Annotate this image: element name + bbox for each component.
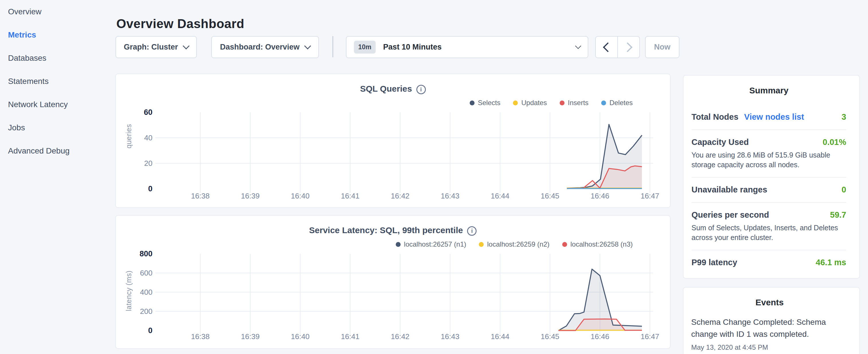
y-axis-title: latency (ms) [125, 257, 133, 325]
queries-per-second-label: Queries per second [691, 210, 769, 220]
sidebar-item-databases[interactable]: Databases [0, 46, 115, 70]
chart-plot-area[interactable] [116, 216, 670, 348]
graph-scope-dropdown-label: Graph: Cluster [124, 43, 178, 52]
next-time-button[interactable] [618, 37, 639, 58]
now-button-label: Now [654, 43, 671, 52]
total-nodes-label: Total Nodes [691, 112, 739, 122]
dashboard-dropdown[interactable]: Dashboard: Overview [211, 36, 319, 58]
sidebar: OverviewMetricsDatabasesStatementsNetwor… [0, 0, 115, 354]
sidebar-item-overview[interactable]: Overview [0, 0, 115, 23]
events-panel: Events Schema Change Completed: Schema c… [683, 287, 860, 354]
event-timestamp: May 13, 2020 at 4:45 PM [691, 343, 848, 352]
metrics-page: OverviewMetricsDatabasesStatementsNetwor… [0, 0, 868, 354]
capacity-used-description: You are using 28.6 MiB of 515.9 GiB usab… [691, 150, 846, 169]
events-title: Events [691, 296, 848, 309]
capacity-used-value: 0.01% [823, 137, 846, 147]
sidebar-item-jobs[interactable]: Jobs [0, 116, 115, 139]
now-button[interactable]: Now [645, 36, 679, 58]
p99-latency-label: P99 latency [691, 257, 737, 267]
unavailable-ranges-row: Unavailable ranges 0 [691, 178, 846, 203]
total-nodes-value: 3 [842, 112, 846, 122]
sidebar-item-network-latency[interactable]: Network Latency [0, 93, 115, 116]
summary-panel: Summary Total Nodes View nodes list 3 Ca… [683, 75, 860, 279]
service-latency-chart-card: Service Latency: SQL, 99th percentilei l… [115, 215, 671, 349]
queries-per-second-value: 59.7 [830, 210, 846, 220]
time-step-buttons [595, 36, 640, 58]
sql-queries-chart-card: SQL Queriesi SelectsUpdatesInsertsDelete… [115, 74, 671, 208]
chevron-down-icon [183, 42, 189, 49]
time-window-label: Past 10 Minutes [383, 43, 442, 52]
queries-per-second-description: Sum of Selects, Updates, Inserts, and De… [691, 223, 846, 242]
chart-plot-area[interactable] [116, 74, 670, 207]
unavailable-ranges-label: Unavailable ranges [691, 185, 767, 195]
graph-scope-dropdown[interactable]: Graph: Cluster [116, 36, 197, 58]
y-axis-title: queries [125, 102, 133, 171]
time-window-dropdown[interactable]: 10m Past 10 Minutes [346, 36, 588, 58]
capacity-used-row: Capacity Used 0.01% You are using 28.6 M… [691, 130, 846, 178]
view-nodes-list-link[interactable]: View nodes list [744, 112, 804, 122]
chevron-down-icon [575, 43, 581, 49]
event-item[interactable]: Schema Change Completed: Schema change w… [691, 316, 834, 340]
total-nodes-row: Total Nodes View nodes list 3 [691, 105, 846, 130]
prev-time-button[interactable] [596, 37, 618, 58]
dashboard-dropdown-label: Dashboard: Overview [220, 43, 300, 52]
capacity-used-label: Capacity Used [691, 137, 749, 147]
summary-title: Summary [691, 84, 846, 97]
controls-divider [333, 36, 333, 57]
sidebar-item-statements[interactable]: Statements [0, 70, 115, 93]
chevron-down-icon [304, 42, 311, 49]
time-window-badge: 10m [354, 41, 376, 54]
chevron-right-icon [623, 42, 632, 52]
unavailable-ranges-value: 0 [842, 185, 846, 195]
p99-latency-value: 46.1 ms [816, 257, 846, 267]
sidebar-item-metrics[interactable]: Metrics [0, 23, 115, 46]
sidebar-item-advanced-debug[interactable]: Advanced Debug [0, 139, 115, 162]
p99-latency-row: P99 latency 46.1 ms [691, 250, 846, 275]
page-title: Overview Dashboard [116, 16, 244, 32]
queries-per-second-row: Queries per second 59.7 Sum of Selects, … [691, 203, 846, 250]
chevron-left-icon [603, 42, 613, 52]
